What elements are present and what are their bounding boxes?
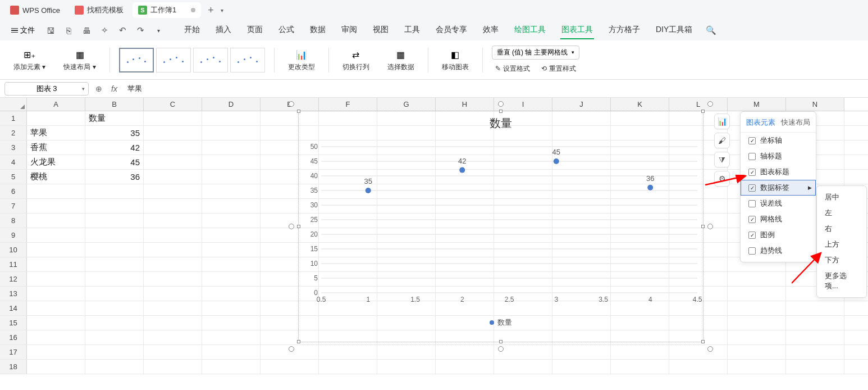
column-header[interactable]: N: [786, 98, 844, 111]
cell[interactable]: [85, 257, 144, 271]
resize-handle[interactable]: [701, 110, 705, 113]
cell[interactable]: [27, 199, 85, 213]
menu-tab-4[interactable]: 数据: [309, 21, 327, 39]
resize-handle[interactable]: [289, 224, 294, 229]
row-header[interactable]: 7: [0, 199, 27, 213]
cell[interactable]: [144, 330, 202, 344]
popup-item[interactable]: 数据标签▶: [741, 180, 816, 196]
cell[interactable]: [728, 330, 786, 344]
cell[interactable]: [27, 316, 85, 330]
chart-title[interactable]: 数量: [299, 111, 703, 135]
cell[interactable]: [85, 287, 144, 301]
cell[interactable]: [85, 360, 144, 374]
resize-handle[interactable]: [707, 101, 713, 107]
cell[interactable]: [202, 199, 261, 213]
preview-icon[interactable]: ✧: [98, 24, 111, 37]
cell[interactable]: [202, 140, 261, 155]
cell[interactable]: [85, 330, 144, 344]
menu-tab-11[interactable]: 图表工具: [560, 21, 594, 39]
cell[interactable]: [728, 287, 786, 301]
cell[interactable]: [202, 170, 261, 184]
cell[interactable]: [202, 272, 261, 286]
cell[interactable]: [728, 316, 786, 330]
checkbox-icon[interactable]: [748, 184, 756, 192]
menu-tab-13[interactable]: DIY工具箱: [655, 21, 693, 39]
cell[interactable]: [144, 126, 202, 140]
workbook-tab[interactable]: S 工作簿1: [133, 2, 201, 18]
cell[interactable]: [144, 257, 202, 271]
cell[interactable]: 火龙果: [27, 155, 85, 169]
checkbox-icon[interactable]: [748, 216, 756, 223]
row-header[interactable]: 18: [0, 360, 27, 374]
cell[interactable]: [85, 345, 144, 359]
cell[interactable]: [27, 214, 85, 228]
tab-dropdown-icon[interactable]: ▾: [221, 7, 223, 13]
cell[interactable]: [85, 199, 144, 213]
cell[interactable]: [786, 330, 844, 344]
menu-tab-1[interactable]: 插入: [214, 21, 232, 39]
popup-item[interactable]: 轴标题: [741, 148, 816, 164]
cell[interactable]: [144, 140, 202, 155]
submenu-item[interactable]: 下方: [817, 252, 866, 268]
row-header[interactable]: 11: [0, 257, 27, 271]
change-type-button[interactable]: 📊 更改类型: [284, 48, 319, 72]
column-header[interactable]: C: [144, 98, 202, 111]
cell[interactable]: 数量: [85, 111, 144, 125]
menu-tab-2[interactable]: 页面: [246, 21, 264, 39]
resize-handle[interactable]: [499, 340, 502, 343]
cell[interactable]: [728, 345, 786, 359]
cell[interactable]: [144, 360, 202, 374]
cell[interactable]: [144, 199, 202, 213]
row-header[interactable]: 2: [0, 126, 27, 140]
print-icon[interactable]: 🖶: [80, 24, 93, 37]
cell[interactable]: [27, 228, 85, 242]
column-header[interactable]: B: [85, 98, 144, 111]
cell[interactable]: [85, 301, 144, 315]
popup-item[interactable]: 坐标轴: [741, 133, 816, 148]
resize-handle[interactable]: [701, 340, 705, 343]
submenu-item[interactable]: 左: [817, 205, 866, 221]
menu-tab-5[interactable]: 审阅: [340, 21, 358, 39]
popup-tab-quick[interactable]: 快速布局: [781, 117, 810, 128]
cell[interactable]: [144, 214, 202, 228]
cell[interactable]: [144, 301, 202, 315]
cell[interactable]: [85, 184, 144, 198]
cell[interactable]: [85, 316, 144, 330]
template-tab[interactable]: 找稻壳模板: [69, 2, 129, 18]
submenu-item[interactable]: 右: [817, 221, 866, 237]
cell[interactable]: [728, 360, 786, 374]
cell[interactable]: [552, 360, 611, 374]
cell[interactable]: [85, 243, 144, 257]
cell[interactable]: [261, 360, 319, 374]
cell[interactable]: [85, 214, 144, 228]
cell[interactable]: [144, 111, 202, 125]
resize-handle[interactable]: [707, 346, 713, 352]
checkbox-icon[interactable]: [748, 232, 756, 239]
resize-handle[interactable]: [297, 340, 300, 343]
row-header[interactable]: 10: [0, 243, 27, 257]
row-header[interactable]: 6: [0, 184, 27, 198]
cell[interactable]: [144, 184, 202, 198]
cell[interactable]: [27, 287, 85, 301]
cell[interactable]: [319, 360, 377, 374]
cell[interactable]: [27, 360, 85, 374]
row-header[interactable]: 1: [0, 111, 27, 125]
cell[interactable]: [202, 243, 261, 257]
menu-tab-0[interactable]: 开始: [183, 21, 201, 39]
chart-style-1[interactable]: [119, 48, 154, 72]
cell[interactable]: [786, 360, 844, 374]
chart-legend[interactable]: 数量: [299, 318, 703, 328]
cell[interactable]: [202, 257, 261, 271]
cell[interactable]: [27, 257, 85, 271]
switch-rowcol-button[interactable]: ⇄ 切换行列: [338, 48, 374, 72]
submenu-item[interactable]: 更多选项...: [817, 268, 866, 294]
menu-tab-6[interactable]: 视图: [372, 21, 390, 39]
add-tab-button[interactable]: +: [204, 4, 217, 16]
cell[interactable]: [27, 272, 85, 286]
cell[interactable]: [144, 272, 202, 286]
row-header[interactable]: 9: [0, 228, 27, 242]
chart-style-gallery[interactable]: [119, 48, 265, 72]
cell[interactable]: 樱桃: [27, 170, 85, 184]
cell[interactable]: [202, 330, 261, 344]
cell[interactable]: [27, 330, 85, 344]
